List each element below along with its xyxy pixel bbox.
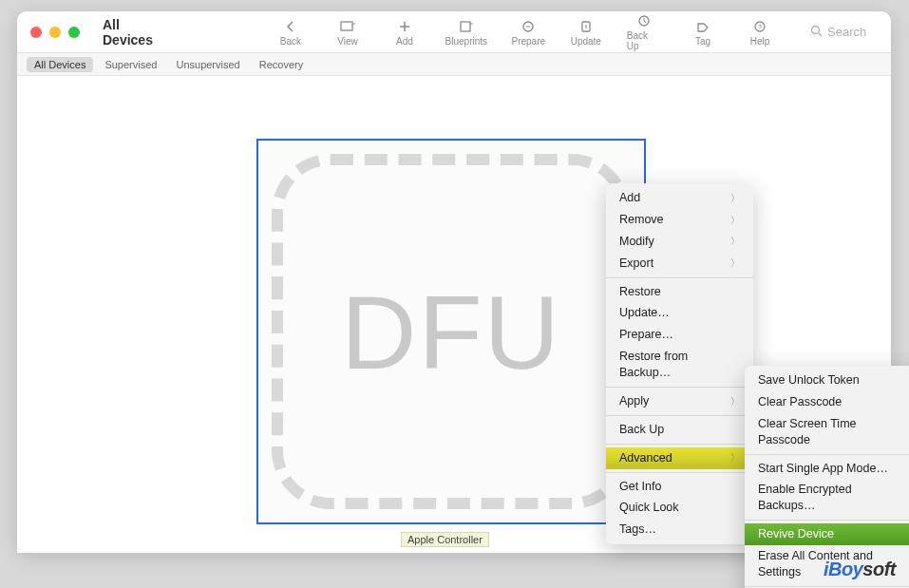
submenu-clear-passcode[interactable]: Clear Passcode <box>745 391 909 413</box>
filter-tab-unsupervised[interactable]: Unsupervised <box>168 57 247 72</box>
menu-separator <box>606 415 753 416</box>
tag-icon <box>696 18 710 35</box>
svg-rect-1 <box>461 22 470 31</box>
menu-label: Prepare… <box>619 327 673 343</box>
window-title: All Devices <box>103 17 153 47</box>
prepare-button[interactable]: Prepare <box>512 18 545 47</box>
menu-label: Modify <box>619 234 654 250</box>
menu-label: Advanced <box>619 450 672 466</box>
context-menu: Add〉 Remove〉 Modify〉 Export〉 Restore Upd… <box>606 183 753 544</box>
menu-label: Add <box>619 190 640 206</box>
menu-separator <box>606 444 753 445</box>
traffic-lights <box>30 27 80 38</box>
close-button[interactable] <box>30 27 42 38</box>
update-icon <box>579 18 593 35</box>
menu-label: Clear Passcode <box>758 394 842 410</box>
chevron-right-icon: 〉 <box>730 256 740 270</box>
menu-add[interactable]: Add〉 <box>606 187 753 209</box>
maximize-button[interactable] <box>68 27 80 38</box>
chevron-right-icon: 〉 <box>730 214 740 227</box>
menu-back-up[interactable]: Back Up <box>606 419 753 441</box>
search-placeholder: Search <box>827 25 866 39</box>
add-button[interactable]: Add <box>388 18 421 47</box>
backup-icon <box>637 12 651 29</box>
toolbar-label: Help <box>750 36 770 47</box>
menu-label: Restore from Backup… <box>619 349 740 381</box>
menu-label: Save Unlock Token <box>758 372 860 389</box>
tag-button[interactable]: Tag <box>687 18 719 47</box>
toolbar: Back View Add Blueprints Prepare Update <box>275 12 909 51</box>
watermark-part2: soft <box>862 559 896 579</box>
prepare-icon <box>521 18 535 35</box>
menu-tags[interactable]: Tags… <box>606 519 753 541</box>
blueprint-icon <box>459 18 474 35</box>
svg-rect-0 <box>341 22 352 30</box>
device-caption: Apple Controller <box>401 532 489 547</box>
menu-label: Enable Encrypted Backups… <box>758 482 906 514</box>
device-tile[interactable]: DFU <box>256 139 646 524</box>
toolbar-label: Blueprints <box>445 36 487 47</box>
menu-get-info[interactable]: Get Info <box>606 476 753 498</box>
submenu-save-unlock-token[interactable]: Save Unlock Token <box>745 370 909 391</box>
menu-remove[interactable]: Remove〉 <box>606 209 753 231</box>
view-button[interactable]: View <box>331 18 364 47</box>
svg-text:?: ? <box>758 23 763 31</box>
menu-label: Get Info <box>619 479 661 495</box>
help-icon: ? <box>753 18 767 35</box>
menu-label: Quick Look <box>619 500 679 516</box>
search-icon <box>810 25 823 40</box>
menu-export[interactable]: Export〉 <box>606 253 753 275</box>
menu-label: Export <box>619 256 653 272</box>
menu-modify[interactable]: Modify〉 <box>606 231 753 253</box>
menu-restore-from-backup[interactable]: Restore from Backup… <box>606 346 753 384</box>
menu-separator <box>745 586 909 587</box>
svg-point-7 <box>812 26 820 33</box>
menu-separator <box>606 277 753 278</box>
chevron-right-icon: 〉 <box>730 235 740 248</box>
menu-separator <box>745 454 909 455</box>
minimize-button[interactable] <box>49 27 61 38</box>
chevron-right-icon: 〉 <box>730 451 740 465</box>
submenu-start-single-app[interactable]: Start Single App Mode… <box>745 458 909 480</box>
content-area: DFU Apple Controller Add〉 Remove〉 Modify… <box>17 76 891 553</box>
toolbar-label: Back Up <box>627 30 662 51</box>
menu-separator <box>745 520 909 521</box>
menu-label: Remove <box>619 212 664 228</box>
filter-tab-recovery[interactable]: Recovery <box>252 57 311 72</box>
search-input[interactable]: Search <box>810 25 909 40</box>
menu-update[interactable]: Update… <box>606 302 753 324</box>
toolbar-label: Add <box>396 36 413 47</box>
submenu-enable-encrypted-backups[interactable]: Enable Encrypted Backups… <box>745 479 909 517</box>
menu-restore[interactable]: Restore <box>606 281 753 303</box>
submenu-revive-device[interactable]: Revive Device <box>745 523 909 545</box>
menu-separator <box>606 387 753 388</box>
filter-tab-supervised[interactable]: Supervised <box>97 57 164 72</box>
menu-quick-look[interactable]: Quick Look <box>606 497 753 519</box>
update-button[interactable]: Update <box>570 18 602 47</box>
chevron-left-icon <box>284 18 297 35</box>
filter-tab-all[interactable]: All Devices <box>27 57 93 72</box>
chevron-right-icon: 〉 <box>730 192 740 205</box>
help-button[interactable]: ? Help <box>744 18 776 47</box>
device-placeholder: DFU <box>272 154 631 509</box>
blueprints-button[interactable]: Blueprints <box>445 18 487 47</box>
menu-separator <box>606 472 753 473</box>
app-window: All Devices Back View Add Blueprints Pre… <box>17 11 891 553</box>
chevron-right-icon: 〉 <box>730 395 740 408</box>
menu-label: Restore <box>619 284 661 300</box>
menu-apply[interactable]: Apply〉 <box>606 390 753 412</box>
menu-label: Revive Device <box>758 526 834 542</box>
toolbar-label: Tag <box>695 36 710 47</box>
toolbar-label: Update <box>571 36 601 47</box>
submenu-clear-screen-time[interactable]: Clear Screen Time Passcode <box>745 413 909 451</box>
toolbar-label: Prepare <box>511 36 545 47</box>
toolbar-label: Back <box>280 36 301 47</box>
menu-advanced[interactable]: Advanced〉 <box>606 447 753 469</box>
menu-label: Apply <box>619 393 649 409</box>
filter-bar: All Devices Supervised Unsupervised Reco… <box>17 53 891 76</box>
backup-button[interactable]: Back Up <box>627 12 662 51</box>
titlebar: All Devices Back View Add Blueprints Pre… <box>17 11 891 53</box>
menu-prepare[interactable]: Prepare… <box>606 324 753 346</box>
back-button[interactable]: Back <box>275 18 307 47</box>
toolbar-label: View <box>337 36 358 47</box>
